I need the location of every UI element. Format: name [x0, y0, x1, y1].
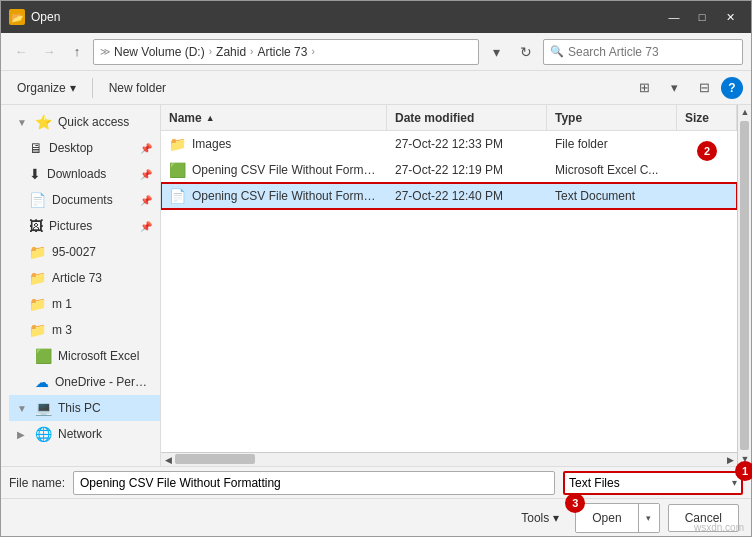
- sidebar-item-excel[interactable]: 🟩 Microsoft Excel: [9, 343, 160, 369]
- file-list-header: Name ▲ Date modified Type Size: [161, 105, 737, 131]
- window-icon: 📂: [9, 9, 25, 25]
- downloads-icon: ⬇: [29, 166, 41, 182]
- sidebar-item-m3[interactable]: 📁 m 3: [9, 317, 160, 343]
- file-row-images[interactable]: 📁 Images 27-Oct-22 12:33 PM File folder: [161, 131, 737, 157]
- expand-icon: ▼: [17, 117, 29, 128]
- col-date-label: Date modified: [395, 111, 474, 125]
- expand-icon-5: ▶: [17, 429, 29, 440]
- toolbar-right: ⊞ ▾ ⊟ ?: [631, 75, 743, 101]
- h-scroll-track[interactable]: [175, 453, 723, 466]
- desktop-label: Desktop: [49, 141, 93, 155]
- file-date-images: 27-Oct-22 12:33 PM: [387, 131, 547, 156]
- breadcrumb-part-1[interactable]: New Volume (D:): [112, 45, 207, 59]
- thispc-label: This PC: [58, 401, 101, 415]
- sidebar-item-article73[interactable]: 📁 Article 73: [9, 265, 160, 291]
- file-type-excel: Microsoft Excel C...: [547, 157, 677, 182]
- h-scroll-left-button[interactable]: ◀: [161, 453, 175, 467]
- file-name-images: 📁 Images: [161, 131, 387, 156]
- excel-label: Microsoft Excel: [58, 349, 139, 363]
- minimize-button[interactable]: —: [661, 7, 687, 27]
- quick-access-icon: ⭐: [35, 114, 52, 130]
- sidebar-item-pictures[interactable]: 🖼 Pictures 📌: [9, 213, 160, 239]
- downloads-label: Downloads: [47, 167, 106, 181]
- view-dropdown-button[interactable]: ▾: [661, 75, 687, 101]
- close-button[interactable]: ✕: [717, 7, 743, 27]
- filename-bar: File name: Text Files ▾ 1: [1, 466, 751, 498]
- search-icon: 🔍: [550, 45, 564, 58]
- excel-file-icon: 🟩: [169, 162, 186, 178]
- tools-label: Tools: [521, 511, 549, 525]
- folder-label-2: Article 73: [52, 271, 102, 285]
- pane-button[interactable]: ⊟: [691, 75, 717, 101]
- tools-button[interactable]: Tools ▾: [513, 505, 567, 531]
- search-box: 🔍: [543, 39, 743, 65]
- breadcrumb-part-3[interactable]: Article 73: [255, 45, 309, 59]
- horizontal-scrollbar[interactable]: ◀ ▶: [161, 452, 737, 466]
- open-button[interactable]: Open: [576, 504, 638, 532]
- sidebar-item-downloads[interactable]: ⬇ Downloads 📌: [9, 161, 160, 187]
- file-list-container: Name ▲ Date modified Type Size 📁: [161, 105, 737, 466]
- col-header-size[interactable]: Size: [677, 105, 737, 130]
- forward-button[interactable]: →: [37, 40, 61, 64]
- up-button[interactable]: ↑: [65, 40, 89, 64]
- col-header-type[interactable]: Type: [547, 105, 677, 130]
- refresh-button[interactable]: ↻: [513, 39, 539, 65]
- filename-input[interactable]: [73, 471, 555, 495]
- pin-icon-4: 📌: [140, 221, 152, 232]
- cancel-button[interactable]: Cancel: [668, 504, 739, 532]
- new-folder-button[interactable]: New folder: [101, 75, 174, 101]
- sidebar-item-documents[interactable]: 📄 Documents 📌: [9, 187, 160, 213]
- organize-arrow-icon: ▾: [70, 81, 76, 95]
- h-scroll-thumb[interactable]: [175, 454, 255, 464]
- sidebar-item-this-pc[interactable]: ▼ 💻 This PC: [9, 395, 160, 421]
- col-header-date[interactable]: Date modified: [387, 105, 547, 130]
- col-header-name[interactable]: Name ▲: [161, 105, 387, 130]
- file-date-text: 27-Oct-22 12:40 PM: [387, 183, 547, 208]
- badge-2: 2: [697, 141, 717, 161]
- breadcrumb-part-2[interactable]: Zahid: [214, 45, 248, 59]
- pin-icon: 📌: [140, 143, 152, 154]
- view-icon-button[interactable]: ⊞: [631, 75, 657, 101]
- breadcrumb-prefix-icon: ≫: [100, 46, 110, 57]
- filename-label: File name:: [9, 476, 65, 490]
- new-folder-label: New folder: [109, 81, 166, 95]
- open-dialog: 📂 Open — □ ✕ ← → ↑ ≫ New Volume (D:) › Z…: [0, 0, 752, 537]
- folder-icon-2: 📁: [29, 270, 46, 286]
- onedrive-label: OneDrive - Perso...: [55, 375, 152, 389]
- text-file-icon: 📄: [169, 188, 186, 204]
- sidebar-item-network[interactable]: ▶ 🌐 Network: [9, 421, 160, 447]
- scroll-thumb[interactable]: [740, 121, 749, 450]
- back-button[interactable]: ←: [9, 40, 33, 64]
- col-type-label: Type: [555, 111, 582, 125]
- organize-label: Organize: [17, 81, 66, 95]
- scroll-up-button[interactable]: ▲: [738, 105, 751, 119]
- help-button[interactable]: ?: [721, 77, 743, 99]
- file-name-text-images: Images: [192, 137, 231, 151]
- sidebar-item-95-0027[interactable]: 📁 95-0027: [9, 239, 160, 265]
- nav-bar: ← → ↑ ≫ New Volume (D:) › Zahid › Articl…: [1, 33, 751, 71]
- filetype-select[interactable]: Text Files ▾: [563, 471, 743, 495]
- pictures-label: Pictures: [49, 219, 92, 233]
- pin-icon-3: 📌: [140, 195, 152, 206]
- open-dropdown-button[interactable]: ▾: [639, 504, 659, 532]
- search-input[interactable]: [568, 45, 736, 59]
- dropdown-button[interactable]: ▾: [483, 39, 509, 65]
- organize-button[interactable]: Organize ▾: [9, 75, 84, 101]
- title-bar-controls: — □ ✕: [661, 7, 743, 27]
- sidebar-item-onedrive[interactable]: ☁ OneDrive - Perso...: [9, 369, 160, 395]
- folder-icon-4: 📁: [29, 322, 46, 338]
- sidebar-item-m1[interactable]: 📁 m 1: [9, 291, 160, 317]
- file-name-excel: 🟩 Opening CSV File Without Formatting: [161, 157, 387, 182]
- filetype-text: Text Files: [569, 476, 620, 490]
- sidebar-item-desktop[interactable]: 🖥 Desktop 📌: [9, 135, 160, 161]
- toolbar: Organize ▾ New folder ⊞ ▾ ⊟ ?: [1, 71, 751, 105]
- open-button-group: Open ▾: [575, 503, 659, 533]
- file-row-text[interactable]: 📄 Opening CSV File Without Formatting 27…: [161, 183, 737, 209]
- file-row-excel[interactable]: 🟩 Opening CSV File Without Formatting 27…: [161, 157, 737, 183]
- vertical-scrollbar[interactable]: ▲ ▼: [737, 105, 751, 466]
- desktop-icon: 🖥: [29, 140, 43, 156]
- breadcrumb-sep-2: ›: [250, 46, 253, 57]
- pin-icon-2: 📌: [140, 169, 152, 180]
- maximize-button[interactable]: □: [689, 7, 715, 27]
- sidebar-item-quick-access[interactable]: ▼ ⭐ Quick access: [9, 109, 160, 135]
